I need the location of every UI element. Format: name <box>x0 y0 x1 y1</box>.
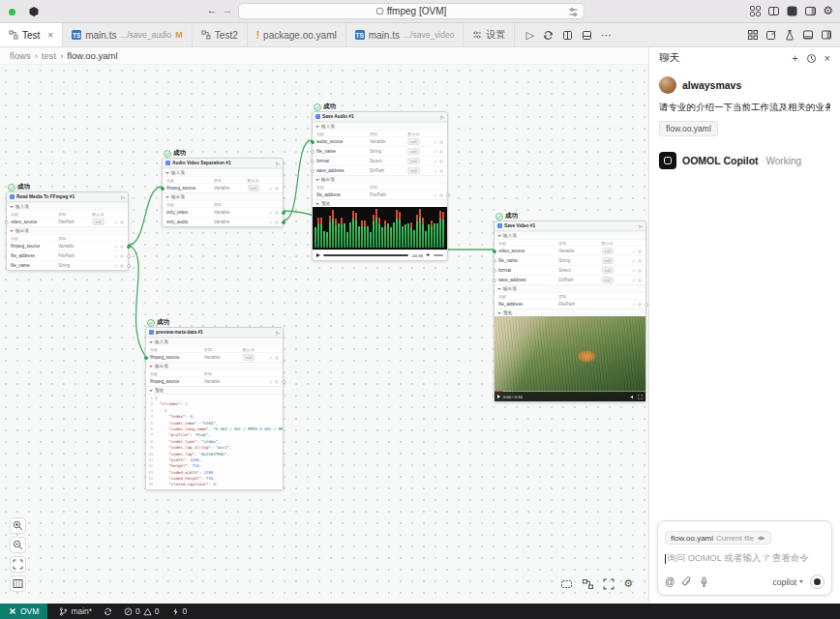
settings-gear-icon[interactable]: ⚙ <box>823 5 833 17</box>
forward-button[interactable]: → <box>221 4 234 15</box>
model-selector[interactable]: copilot <box>772 577 803 587</box>
node-save-video[interactable]: 成功Save Video #1▷输入项名称类型默认值video_sourceVa… <box>494 221 646 402</box>
edit-icon[interactable] <box>269 187 273 191</box>
port-handle[interactable] <box>127 254 131 258</box>
port-handle[interactable] <box>127 264 131 268</box>
link-icon[interactable] <box>638 259 642 263</box>
select-rect-icon[interactable] <box>560 578 573 590</box>
edit-icon[interactable] <box>632 279 636 282</box>
port-value[interactable]: null <box>407 138 419 145</box>
eye-icon[interactable] <box>757 534 765 543</box>
fullscreen-icon[interactable] <box>603 578 615 590</box>
workflow-icon[interactable] <box>582 578 594 590</box>
port-handle[interactable] <box>282 211 285 215</box>
node-title-bar[interactable]: preview-meta-data #1▷ <box>146 328 283 338</box>
port-value[interactable]: null <box>243 354 255 361</box>
link-icon[interactable] <box>638 250 642 253</box>
breadcrumb-item[interactable]: test <box>42 50 56 61</box>
link-icon[interactable] <box>638 269 642 273</box>
port-handle[interactable] <box>5 221 9 224</box>
link-icon[interactable] <box>439 140 443 144</box>
tab-package-oo-yaml[interactable]: ! package.oo.yaml <box>248 23 346 46</box>
edit-icon[interactable] <box>269 221 273 224</box>
tab-test2[interactable]: Test2 <box>193 23 248 46</box>
port-value[interactable]: null <box>92 219 104 225</box>
link-icon[interactable] <box>120 264 124 268</box>
problems-indicator[interactable]: 0 0 <box>124 606 159 616</box>
port-value[interactable]: null <box>407 148 419 155</box>
flow-canvas[interactable]: 成功Read Media To FFmpeg #1▷输入项名称类型默认值vide… <box>0 65 648 604</box>
port-handle[interactable] <box>127 245 131 249</box>
port-handle[interactable] <box>282 380 285 384</box>
section-header[interactable]: 输入项 <box>495 231 645 239</box>
node-title-bar[interactable]: Read Media To FFmpeg #1▷ <box>7 192 128 202</box>
sliders-icon[interactable] <box>568 7 579 17</box>
attached-file-chip[interactable]: flow.oo.yaml <box>659 121 718 136</box>
node-title-bar[interactable]: Save Video #1▷ <box>495 221 645 231</box>
section-header[interactable]: 输出项 <box>313 175 447 183</box>
edit-square-icon[interactable] <box>765 29 777 41</box>
port-handle[interactable] <box>311 140 315 144</box>
section-header[interactable]: 输入项 <box>163 168 283 176</box>
port-value[interactable]: null <box>602 248 614 254</box>
ovm-badge[interactable]: OVM <box>0 604 47 619</box>
port-value[interactable]: null <box>602 267 614 274</box>
panel-right-icon[interactable] <box>804 5 817 17</box>
sync-button[interactable] <box>104 607 112 616</box>
panel-right-icon[interactable] <box>821 29 832 41</box>
link-icon[interactable] <box>638 279 642 282</box>
link-icon[interactable] <box>120 245 124 249</box>
breadcrumb-item[interactable]: flows <box>10 50 31 61</box>
tab-main-ts-save-video[interactable]: TS main.ts .../save_video <box>346 23 465 46</box>
link-icon[interactable] <box>638 303 642 307</box>
port-handle[interactable] <box>144 356 148 360</box>
grid-view-icon[interactable] <box>747 29 759 41</box>
node-run-icon[interactable]: ▷ <box>440 114 444 120</box>
edit-icon[interactable] <box>114 264 118 268</box>
play-button[interactable] <box>316 253 320 257</box>
audio-progress-bar[interactable] <box>323 254 408 256</box>
fullscreen-icon[interactable] <box>638 395 643 399</box>
history-icon[interactable] <box>806 53 817 64</box>
port-handle[interactable] <box>161 187 165 191</box>
breadcrumb-current[interactable]: flow.oo.yaml <box>67 50 117 61</box>
volume-icon[interactable] <box>426 252 431 258</box>
zoom-in-button[interactable] <box>10 517 26 534</box>
edit-icon[interactable] <box>632 303 636 307</box>
section-header[interactable]: 预览 <box>495 309 645 316</box>
port-handle[interactable] <box>493 259 496 263</box>
tab-settings[interactable]: 设置 <box>464 23 515 46</box>
edit-icon[interactable] <box>114 245 118 249</box>
port-value[interactable]: null <box>602 257 614 264</box>
close-panel-button[interactable]: × <box>825 52 830 64</box>
send-button[interactable] <box>810 575 825 589</box>
node-audio-video-separation[interactable]: 成功Audio Video Separation #1▷输入项名称类型默认值ff… <box>162 158 284 227</box>
panel-bottom-icon[interactable] <box>802 29 814 41</box>
port-value[interactable]: null <box>602 277 614 283</box>
section-header[interactable]: 输入项 <box>313 122 447 130</box>
node-run-icon[interactable]: ▷ <box>276 161 280 166</box>
link-icon[interactable] <box>439 193 443 197</box>
link-icon[interactable] <box>275 221 279 224</box>
section-header[interactable]: 预览 <box>313 199 447 207</box>
section-header[interactable]: 输入项 <box>7 202 128 210</box>
node-run-icon[interactable]: ▷ <box>121 194 125 200</box>
volume-icon[interactable] <box>630 395 635 399</box>
edit-icon[interactable] <box>434 150 437 154</box>
run-flow-button[interactable]: ▷ <box>525 29 533 42</box>
context-file-chip[interactable]: flow.oo.yaml Current file <box>665 531 771 545</box>
layout-panel-icon[interactable] <box>582 30 592 41</box>
volume-slider[interactable] <box>434 254 443 256</box>
edit-icon[interactable] <box>632 250 636 253</box>
edit-icon[interactable] <box>114 221 118 224</box>
link-icon[interactable] <box>439 150 443 154</box>
port-handle[interactable] <box>645 303 648 307</box>
split-columns-icon[interactable] <box>767 5 780 17</box>
audio-player-controls[interactable]: -00:33 <box>313 250 447 260</box>
port-handle[interactable] <box>446 193 450 197</box>
video-controls[interactable]: 0:00 / 0:16 <box>495 392 645 401</box>
split-editor-icon[interactable] <box>562 30 573 41</box>
port-value[interactable]: null <box>407 158 419 164</box>
layout-grid-icon[interactable] <box>749 5 762 17</box>
link-icon[interactable] <box>275 356 279 360</box>
